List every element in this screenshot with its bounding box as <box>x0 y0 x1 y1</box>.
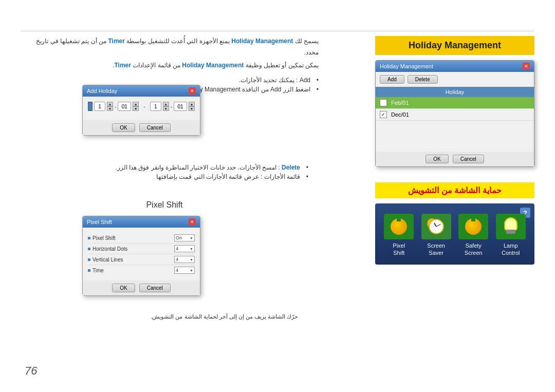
row-indicator-2 <box>88 248 90 250</box>
pixel-shift-label-2: Horizontal Dots <box>88 246 127 252</box>
pixel-shift-dialog: Pixel Shift ✕ Pixel Shift On ▼ Horizonta… <box>82 216 200 296</box>
arabic-intro-line2: يمكن تمكين أو تعطيل وظيفة Holiday Manage… <box>21 60 319 71</box>
hm-ok-btn[interactable]: OK <box>425 155 448 163</box>
end-day-field[interactable] <box>150 102 161 111</box>
hm-titlebar: Holiday Management ✕ <box>376 61 534 72</box>
pixel-shift-label-1: Pixel Shift <box>88 235 115 241</box>
prot-item-lamp-control[interactable]: Lamp Control <box>496 214 526 257</box>
hm-add-btn[interactable]: Add <box>380 75 404 84</box>
row-indicator-3 <box>88 258 90 261</box>
pixel-shift-icon <box>391 218 407 235</box>
pixel-shift-title-area: Pixel Shift <box>21 200 308 210</box>
screen-saver-icon-box <box>421 214 451 239</box>
add-holiday-close-btn[interactable]: ✕ <box>189 87 196 95</box>
hm-delete-btn[interactable]: Delete <box>408 75 438 84</box>
screen-saver-bg <box>421 214 451 239</box>
start-day-field[interactable] <box>94 102 105 111</box>
add-holiday-cancel-btn[interactable]: Cancel <box>139 123 171 132</box>
pixel-shift-row-4: Time 4 ▼ <box>88 265 195 275</box>
date-sep-3: - <box>171 104 172 109</box>
pixel-shift-cancel-btn[interactable]: Cancel <box>139 284 171 292</box>
protection-icons: Pixel Shift <box>380 209 529 259</box>
safety-screen-label: Safety Screen <box>465 242 483 257</box>
top-divider <box>21 31 534 31</box>
delete-bullet: • Delete : امسح الأجازات. حدد خانات الاخ… <box>21 164 308 171</box>
pixel-row-text-1: Pixel Shift <box>92 235 115 241</box>
hm-row-label-2: Dec/01 <box>391 111 409 118</box>
pixel-row-text-2: Horizontal Dots <box>92 246 127 252</box>
hm-footer: OK Cancel <box>376 152 534 166</box>
pixel-select-4[interactable]: 4 ▼ <box>174 267 195 274</box>
prot-item-screen-saver[interactable]: Screen Saver <box>421 214 451 257</box>
end-day-up-btn[interactable]: ▲ <box>163 102 169 106</box>
prot-item-pixel-shift[interactable]: Pixel Shift <box>384 214 414 257</box>
day-spin: ▲ ▼ <box>107 102 113 111</box>
hm-row-label-1: Feb/01 <box>391 100 409 106</box>
pixel-shift-icon-box <box>384 214 414 239</box>
day-down-btn[interactable]: ▼ <box>107 106 113 111</box>
right-panel: Holiday Management Holiday Management ✕ … <box>375 36 534 265</box>
select-arrow-3: ▼ <box>190 258 193 262</box>
pixel-val-4: 4 <box>176 268 178 273</box>
add-holiday-titlebar: Add Holiday ✕ <box>83 85 200 97</box>
pixel-shift-row-2: Horizontal Dots 4 ▼ <box>88 244 195 254</box>
end-month-field[interactable] <box>174 102 187 111</box>
bulb-top <box>504 217 517 231</box>
hm-dialog-title: Holiday Management <box>380 63 433 69</box>
pixel-select-3[interactable]: 4 ▼ <box>174 256 195 263</box>
pixel-shift-dialog-title: Pixel Shift <box>87 219 112 225</box>
blue-cell <box>88 102 92 111</box>
pixel-shift-titlebar: Pixel Shift ✕ <box>83 216 200 228</box>
hm-toolbar: Add Delete <box>376 72 534 87</box>
hm-col-header: Holiday <box>376 87 534 97</box>
add-holiday-title: Add Holiday <box>87 88 117 94</box>
screen-saver-clock <box>429 219 444 234</box>
pixel-shift-close-btn[interactable]: ✕ <box>189 218 196 226</box>
pixel-shift-label-3: Vertical Lines <box>88 257 123 263</box>
month-up-btn[interactable]: ▲ <box>133 102 139 106</box>
pixel-shift-body: Pixel Shift On ▼ Horizontal Dots 4 ▼ Ver… <box>83 228 200 281</box>
month-spin: ▲ ▼ <box>133 102 139 111</box>
lamp-control-label: Lamp Control <box>502 242 520 257</box>
pixel-val-1: On <box>176 235 182 240</box>
hm-row-2[interactable]: ✓ Dec/01 <box>376 109 534 121</box>
clock-hand-m <box>436 224 441 227</box>
protection-heading: حماية الشاشة من التشويش <box>375 182 534 198</box>
hm-close-btn[interactable]: ✕ <box>523 63 530 70</box>
pixel-val-3: 4 <box>176 257 178 262</box>
arabic-intro-line1: يسمح لك Holiday Management بمنع الأجهزة … <box>21 36 319 58</box>
pixel-shift-row-3: Vertical Lines 4 ▼ <box>88 254 195 265</box>
start-month-field[interactable] <box>118 102 131 111</box>
add-holiday-ok-btn[interactable]: OK <box>112 123 135 132</box>
end-month-down-btn[interactable]: ▼ <box>189 106 195 111</box>
bullets-after-dialog: • Delete : امسح الأجازات. حدد خانات الاخ… <box>21 162 308 182</box>
hm-heading: Holiday Management <box>375 36 534 55</box>
end-month-up-btn[interactable]: ▲ <box>189 102 195 106</box>
date-sep-2: - <box>143 104 145 109</box>
end-day-down-btn[interactable]: ▼ <box>163 106 169 111</box>
lamp-control-icon <box>503 217 519 236</box>
hm-check-2[interactable]: ✓ <box>380 111 387 118</box>
month-down-btn[interactable]: ▼ <box>133 106 139 111</box>
page-number: 76 <box>25 364 37 378</box>
pixel-shift-label: Pixel Shift <box>393 242 405 257</box>
date-row: ▲ ▼ - ▲ ▼ - ▲ ▼ - ▲ ▼ <box>88 102 195 111</box>
add-holiday-footer: OK Cancel <box>83 120 200 135</box>
hm-row-1[interactable]: ✓ Feb/01 <box>376 97 534 109</box>
day-up-btn[interactable]: ▲ <box>107 102 113 106</box>
arabic-intro: يسمح لك Holiday Management بمنع الأجهزة … <box>21 36 319 71</box>
pixel-shift-ok-btn[interactable]: OK <box>112 284 135 292</box>
protection-panel: ? Pixel Shift <box>375 203 534 265</box>
end-month-spin: ▲ ▼ <box>189 102 195 111</box>
pixel-shift-footer: OK Cancel <box>83 281 200 295</box>
safety-screen-icon-box <box>458 214 488 239</box>
prot-item-safety-screen[interactable]: Safety Screen <box>458 214 488 257</box>
pixel-shift-label-4: Time <box>88 268 104 273</box>
hm-cancel-btn[interactable]: Cancel <box>453 155 484 163</box>
pixel-select-1[interactable]: On ▼ <box>174 234 195 241</box>
pixel-select-2[interactable]: 4 ▼ <box>174 245 195 252</box>
add-holiday-dialog: Add Holiday ✕ ▲ ▼ - ▲ ▼ - ▲ ▼ - <box>82 85 200 136</box>
safety-screen-icon <box>465 218 482 235</box>
hm-check-1[interactable]: ✓ <box>380 99 387 106</box>
hm-dialog: Holiday Management ✕ Add Delete Holiday … <box>375 60 534 167</box>
